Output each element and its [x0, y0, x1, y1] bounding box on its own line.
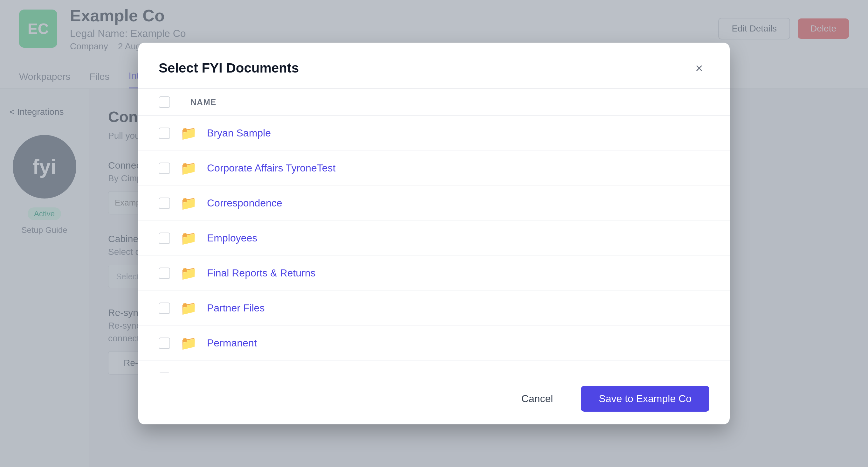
- document-list: 📁 Bryan Sample 📁 Corporate Affairs Tyron…: [138, 116, 730, 373]
- document-row[interactable]: 📁 Corporate Affairs TyroneTest: [138, 151, 730, 186]
- modal-title: Select FYI Documents: [159, 60, 299, 76]
- doc-checkbox-4[interactable]: [159, 233, 170, 244]
- document-row[interactable]: 📁 Permanent: [138, 326, 730, 361]
- document-row[interactable]: 📁 Final Reports & Returns: [138, 256, 730, 291]
- folder-icon: 📁: [180, 230, 197, 246]
- doc-name: Bryan Sample: [207, 127, 271, 139]
- document-row[interactable]: 📁 Correspondence: [138, 186, 730, 221]
- save-button[interactable]: Save to Example Co: [581, 386, 709, 412]
- document-row[interactable]: 📁 Partner Files: [138, 291, 730, 326]
- folder-icon: 📁: [180, 160, 197, 176]
- doc-name: Final Reports & Returns: [207, 267, 315, 279]
- folder-icon: 📁: [180, 300, 197, 316]
- doc-name: Permanent: [207, 337, 257, 349]
- document-row[interactable]: 📁 Bryan Sample: [138, 116, 730, 151]
- cancel-button[interactable]: Cancel: [504, 386, 571, 412]
- document-row[interactable]: 📁 Policies & Procedures: [138, 361, 730, 373]
- doc-name: Employees: [207, 232, 257, 244]
- modal-close-button[interactable]: ×: [689, 58, 709, 78]
- folder-icon: 📁: [180, 195, 197, 211]
- select-all-checkbox[interactable]: [159, 96, 170, 108]
- modal-header: Select FYI Documents ×: [138, 42, 730, 89]
- folder-icon: 📁: [180, 335, 197, 351]
- doc-checkbox-3[interactable]: [159, 198, 170, 209]
- doc-checkbox-6[interactable]: [159, 302, 170, 314]
- modal-footer: Cancel Save to Example Co: [138, 373, 730, 425]
- select-fyi-documents-modal: Select FYI Documents × Name 📁 Bryan Samp…: [138, 42, 730, 425]
- folder-icon: 📁: [180, 370, 197, 373]
- doc-name: Correspondence: [207, 197, 282, 209]
- document-row[interactable]: 📁 Employees: [138, 221, 730, 256]
- doc-name: Corporate Affairs TyroneTest: [207, 162, 335, 174]
- doc-checkbox-5[interactable]: [159, 267, 170, 279]
- doc-checkbox-7[interactable]: [159, 338, 170, 349]
- doc-checkbox-2[interactable]: [159, 163, 170, 174]
- doc-name: Partner Files: [207, 302, 265, 314]
- folder-icon: 📁: [180, 125, 197, 141]
- modal-overlay: Select FYI Documents × Name 📁 Bryan Samp…: [0, 0, 868, 467]
- name-column-header: Name: [190, 97, 217, 107]
- doc-checkbox-1[interactable]: [159, 127, 170, 139]
- table-header: Name: [138, 89, 730, 116]
- folder-icon: 📁: [180, 265, 197, 281]
